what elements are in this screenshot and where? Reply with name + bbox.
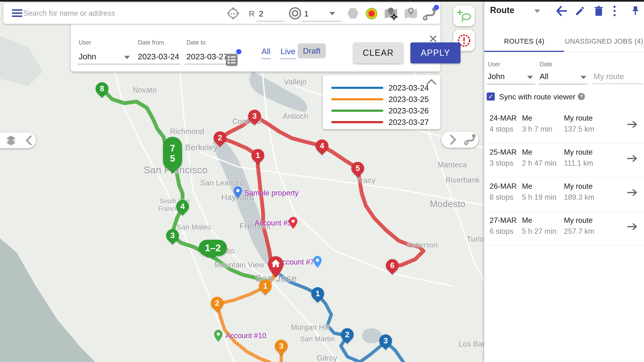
sb-date-caret[interactable] [580,76,586,79]
panel-title[interactable]: Route [490,5,514,15]
stop-marker[interactable]: 4 [313,137,331,155]
legend-swatch [331,98,383,100]
layers-icon [5,134,17,146]
sb-user-value[interactable]: John [488,72,505,81]
cluster-dropdown-caret[interactable] [330,12,335,15]
stop-marker[interactable]: 2 [211,129,229,147]
sync-checkbox[interactable]: ✓ [487,92,495,100]
heatmap-icon[interactable] [366,8,378,20]
open-route-arrow-icon[interactable] [627,189,637,196]
map-city-label: Manteca [438,160,467,169]
locate-icon[interactable] [226,7,240,20]
stop-marker[interactable]: 6 [383,256,401,274]
stop-marker[interactable]: 5 [349,159,367,177]
date-from-value[interactable]: 2023-03-24 [138,52,179,61]
route-row[interactable]: 24-MARMeMy route4 stops3 h 7 min137.5 km [484,109,644,143]
filters-notification-dot [236,49,242,54]
map-markers-icon[interactable] [404,7,418,20]
route-stops: 3 stops [490,159,514,168]
territory-icon[interactable] [348,8,358,18]
panel-dropdown-caret[interactable] [534,10,540,13]
stop-marker[interactable]: 1 [309,284,327,303]
route-row[interactable]: 25-MARMeMy route3 stops2 h 47 min111.1 k… [484,143,644,177]
route-panel-toggle[interactable] [442,132,478,148]
stop-marker[interactable]: 3 [164,226,182,244]
more-options-icon[interactable] [613,6,616,16]
map-canvas[interactable]: VacavilleNovatoVallejoAntiochConcordRich… [0,0,484,362]
delete-icon[interactable] [593,6,604,16]
stop-marker[interactable]: 3 [246,107,264,125]
cluster-input[interactable]: 1 [304,9,309,18]
apply-button[interactable]: APPLY [410,42,460,64]
route-date: 27-MAR [490,216,517,225]
property-label: Account #10 [225,332,266,340]
search-input[interactable] [23,3,224,24]
legend-item[interactable]: 2023-03-25 [323,94,440,105]
back-arrow-icon[interactable] [556,6,567,16]
stop-marker[interactable]: 2 [208,294,226,312]
lasso-select-button[interactable] [453,5,475,26]
user-dropdown-caret[interactable] [124,56,130,59]
stop-marker[interactable]: 4 [174,197,192,216]
pin-panel-icon[interactable] [630,6,641,16]
legend-item[interactable]: 2023-03-24 [323,82,440,94]
stop-cluster-marker[interactable]: 1–2 [199,240,227,256]
route-user: Me [522,148,532,156]
stop-marker[interactable]: 3 [376,332,395,350]
stop-marker[interactable]: 8 [93,80,111,98]
legend-date-label: 2023-03-24 [388,84,429,92]
route-user: Me [522,182,532,191]
sb-user-caret[interactable] [527,76,533,79]
toggle-draft[interactable]: Draft [298,43,326,58]
radius-input[interactable]: 2 [259,9,263,18]
open-route-arrow-icon[interactable] [627,155,637,162]
open-route-arrow-icon[interactable] [627,120,637,128]
map-city-label: Vallejo [284,78,306,86]
route-sidebar: Route ROUTES (4) UNASSIGNED JOBS (4) Use… [484,0,644,362]
property-pin[interactable] [289,217,298,230]
map-settings-icon[interactable] [384,7,398,20]
menu-button[interactable] [12,9,22,17]
property-pin[interactable] [234,186,242,199]
legend-item[interactable]: 2023-03-26 [323,105,440,116]
legend-item[interactable]: 2023-03-27 [323,116,440,128]
saved-filters-icon[interactable] [225,52,238,67]
stop-marker[interactable]: 1 [256,277,274,295]
map-city-label: Riverbank [446,176,480,184]
tab-unassigned-jobs[interactable]: UNASSIGNED JOBS (4) [564,31,644,52]
property-pin[interactable] [313,256,322,269]
chevron-left-icon [25,135,32,146]
radius-label: R [249,9,255,18]
sb-date-value[interactable]: All [540,72,548,81]
stop-marker[interactable]: 3 [272,337,290,355]
edit-icon[interactable] [574,6,586,16]
sb-route-name-input[interactable]: My route [594,72,624,81]
stop-cluster-marker[interactable]: 7 5 [163,137,182,170]
route-filter-panel: User John Date from 2023-03-24 Date to 2… [71,24,440,72]
home-marker[interactable] [268,256,284,278]
layers-panel-toggle[interactable] [0,132,36,148]
date-to-value[interactable]: 2023-03-27 [186,52,228,61]
chevron-right-icon [450,134,457,145]
clear-button[interactable]: CLEAR [353,42,403,64]
route-row[interactable]: 26-MARMeMy route8 stops5 h 19 min189.3 k… [484,177,644,212]
close-icon[interactable]: ✕ [428,33,438,45]
property-pin[interactable] [214,330,222,343]
user-filter-value[interactable]: John [79,52,96,61]
stop-marker[interactable]: 1 [249,146,267,164]
toggle-all[interactable]: All [262,47,270,59]
toggle-live[interactable]: Live [280,47,295,59]
help-icon[interactable]: ? [578,93,585,100]
chevron-up-icon[interactable] [426,78,437,86]
map-city-label: Los Banos [459,340,484,348]
route-row[interactable]: 27-MARMeMy route6 stops5 h 27 min257.7 k… [484,212,644,246]
route-stops: 8 stops [490,193,514,202]
route-list: 24-MARMeMy route4 stops3 h 7 min137.5 km… [484,109,644,246]
stop-marker[interactable]: 2 [338,326,356,344]
route-icon [464,134,477,146]
route-name: My route [564,182,593,191]
tab-routes[interactable]: ROUTES (4) [484,31,564,52]
map-city-label: Richmond [170,127,204,136]
route-legend: 2023-03-242023-03-252023-03-262023-03-27 [323,75,440,129]
open-route-arrow-icon[interactable] [627,223,637,230]
